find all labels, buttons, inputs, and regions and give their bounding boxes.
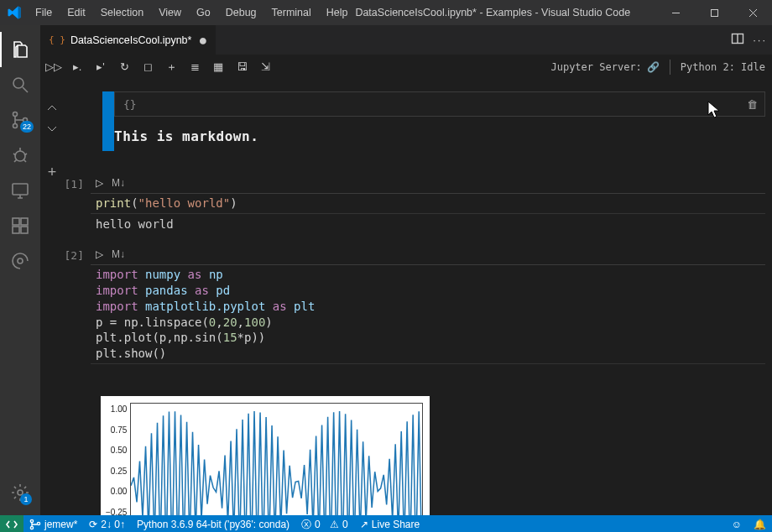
svg-line-5 [23, 87, 28, 92]
run-all-icon[interactable]: ▷▷ [47, 60, 60, 74]
cell-to-markdown-icon[interactable]: M↓ [112, 177, 125, 189]
svg-rect-10 [13, 184, 28, 195]
menu-file[interactable]: File [29, 3, 59, 22]
python-env-status[interactable]: Python 3.6.9 64-bit ('py36': conda) [131, 515, 295, 532]
svg-point-19 [30, 519, 33, 522]
scm-badge: 22 [20, 121, 34, 133]
add-cell-icon[interactable]: ＋ [164, 60, 178, 74]
menu-view[interactable]: View [152, 3, 188, 22]
liveshare-icon[interactable] [0, 243, 40, 279]
link-icon: 🔗 [647, 61, 660, 73]
svg-point-21 [37, 522, 39, 524]
source-control-icon[interactable]: 22 [0, 102, 40, 138]
notebook-toolbar: ▷▷ ▸. ▸' ↻ ◻ ＋ ≣ ▦ 🖫 ⇲ Jupyter Server:🔗 … [40, 55, 772, 80]
remote-explorer-icon[interactable] [0, 173, 40, 208]
svg-point-15 [18, 258, 23, 263]
exec-count-2: [2] [57, 244, 91, 515]
restart-kernel-icon[interactable]: ↻ [117, 60, 131, 74]
liveshare-status[interactable]: ↗Live Share [354, 515, 425, 532]
editor-tabs: { } DataScienceIsCool.ipynb* ● ··· [40, 25, 772, 55]
svg-rect-13 [21, 227, 28, 233]
code-source-1[interactable]: print("hello world") [91, 193, 765, 214]
git-branch-status[interactable]: jemew* [23, 515, 83, 532]
run-below-icon[interactable]: ▸' [94, 60, 107, 74]
extensions-icon[interactable] [0, 208, 40, 243]
grid-icon[interactable]: ▦ [211, 60, 225, 74]
run-cell-icon[interactable]: ▷ [96, 248, 103, 260]
settings-badge: 1 [20, 493, 32, 505]
insert-cell-icon[interactable]: + [44, 164, 60, 180]
menu-debug[interactable]: Debug [219, 3, 263, 22]
menu-edit[interactable]: Edit [60, 3, 92, 22]
exec-count-1: [1] [57, 173, 91, 236]
save-icon[interactable]: 🖫 [235, 60, 248, 74]
svg-point-7 [13, 124, 18, 128]
code-output-1: hello world [91, 214, 765, 236]
status-bar: jemew* ⟳2↓ 0↑ Python 3.6.9 64-bit ('py36… [0, 515, 772, 532]
remote-indicator[interactable] [0, 515, 23, 532]
git-sync-status[interactable]: ⟳2↓ 0↑ [83, 515, 131, 532]
svg-rect-11 [13, 218, 19, 225]
window-maximize-button[interactable] [695, 0, 733, 25]
menu-go[interactable]: Go [190, 3, 217, 22]
settings-gear-icon[interactable]: 1 [0, 475, 40, 510]
menu-help[interactable]: Help [320, 3, 355, 22]
export-icon[interactable]: ⇲ [258, 60, 272, 74]
cell-to-markdown-icon[interactable]: M↓ [112, 248, 125, 260]
delete-cell-icon[interactable]: 🗑 [747, 98, 758, 111]
svg-rect-1 [711, 9, 717, 16]
kernel-status[interactable]: Python 2: Idle [681, 61, 765, 73]
menu-selection[interactable]: Selection [94, 3, 150, 22]
menu-bar: File Edit Selection View Go Debug Termin… [29, 3, 355, 22]
activity-bar: 22 1 [0, 25, 40, 515]
split-editor-icon[interactable] [731, 32, 744, 48]
svg-rect-12 [13, 227, 19, 233]
plot-output: 1.000.750.500.250.00−0.25−0.50 [101, 396, 430, 515]
run-cell-icon[interactable]: ▷ [96, 177, 103, 189]
feedback-icon[interactable]: ☺ [726, 515, 748, 532]
problems-status[interactable]: ⓧ0 ⚠0 [295, 515, 354, 532]
search-icon[interactable] [0, 67, 40, 102]
svg-point-6 [13, 112, 18, 117]
jupyter-server-status[interactable]: Jupyter Server:🔗 [550, 61, 659, 73]
svg-point-20 [30, 526, 33, 529]
window-title: DataScienceIsCool.ipynb* - Examples - Vi… [355, 7, 656, 18]
more-actions-icon[interactable]: ··· [753, 34, 767, 46]
move-cell-down-icon[interactable] [44, 120, 60, 137]
svg-point-4 [13, 78, 23, 88]
markdown-rendered: This is markdown. [114, 117, 765, 151]
window-close-button[interactable] [733, 0, 772, 25]
jupyter-file-icon: { } [49, 34, 65, 45]
window-minimize-button[interactable] [656, 0, 695, 25]
code-cell-2[interactable]: [2] ▷ M↓ import numpy as np import panda… [91, 244, 765, 515]
vscode-icon [7, 5, 22, 20]
markdown-cell[interactable]: {} 🗑 This is markdown. [91, 91, 765, 151]
notebook-area: + {} 🗑 This is markdown. [1] ▷ [40, 80, 772, 515]
code-source-2[interactable]: import numpy as np import pandas as pd i… [91, 264, 765, 364]
interrupt-kernel-icon[interactable]: ◻ [141, 60, 154, 74]
tab-dirty-indicator[interactable]: ● [198, 36, 207, 44]
explorer-icon[interactable] [0, 32, 40, 67]
move-cell-up-icon[interactable] [44, 100, 60, 117]
code-cell-1[interactable]: [1] ▷ M↓ print("hello world") hello worl… [91, 173, 765, 236]
code-output-2: 1.000.750.500.250.00−0.25−0.50 [91, 364, 765, 515]
variables-icon[interactable]: ≣ [188, 60, 201, 74]
debug-icon[interactable] [0, 138, 40, 173]
notifications-icon[interactable]: 🔔 [748, 515, 772, 532]
title-bar: File Edit Selection View Go Debug Termin… [0, 0, 772, 25]
cell-selection-bar [102, 91, 114, 151]
markdown-source-bar[interactable]: {} 🗑 [114, 91, 765, 117]
tab-notebook[interactable]: { } DataScienceIsCool.ipynb* ● [40, 25, 216, 55]
markdown-source-placeholder: {} [123, 98, 137, 111]
tab-label: DataScienceIsCool.ipynb* [70, 34, 192, 46]
svg-rect-14 [21, 218, 28, 225]
run-above-icon[interactable]: ▸. [70, 60, 84, 74]
menu-terminal[interactable]: Terminal [265, 3, 318, 22]
